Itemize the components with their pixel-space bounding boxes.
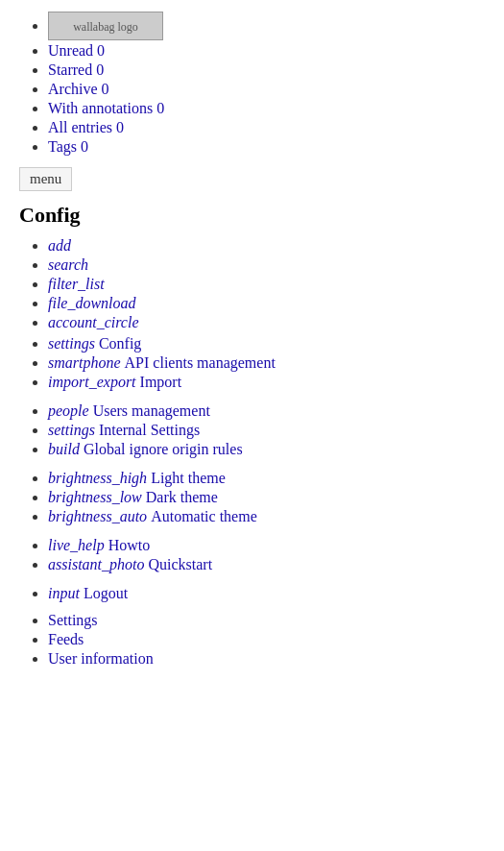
add-icon: add xyxy=(48,237,71,254)
footer-settings-link[interactable]: Settings xyxy=(48,612,98,628)
ignore-rules-label: Global ignore origin rules xyxy=(84,441,243,457)
internal-settings-label: Internal Settings xyxy=(99,422,200,438)
import-link[interactable]: import_export Import xyxy=(48,374,181,390)
config-links-list: settings Config smartphone API clients m… xyxy=(19,335,485,602)
nav-item-all-entries[interactable]: All entries 0 xyxy=(48,119,485,136)
logout-link[interactable]: input Logout xyxy=(48,585,128,601)
footer-link-user-info[interactable]: User information xyxy=(48,650,485,668)
nav-link-starred[interactable]: Starred 0 xyxy=(48,61,104,78)
logout-label: Logout xyxy=(84,585,128,601)
action-filter[interactable]: filter_list xyxy=(48,276,485,293)
action-search[interactable]: search xyxy=(48,256,485,274)
input-icon: input xyxy=(48,585,80,601)
config-link-users[interactable]: people Users management xyxy=(48,402,485,420)
quickstart-label: Quickstart xyxy=(148,556,212,572)
ignore-rules-link[interactable]: build Global ignore origin rules xyxy=(48,441,243,457)
account-link[interactable]: account_circle xyxy=(48,314,138,330)
config-link-ignore-rules[interactable]: build Global ignore origin rules xyxy=(48,441,485,458)
brightness-high-icon: brightness_high xyxy=(48,470,147,486)
nav-item-unread[interactable]: Unread 0 xyxy=(48,42,485,60)
settings-icon: settings xyxy=(48,335,95,352)
wallabag-logo: wallabag logo xyxy=(48,12,163,40)
import-export-icon: import_export xyxy=(48,374,136,390)
brightness-low-icon: brightness_low xyxy=(48,489,142,505)
action-icons-list: add search filter_list file_download acc… xyxy=(19,237,485,331)
config-settings-link[interactable]: settings Config xyxy=(48,335,141,352)
users-link[interactable]: people Users management xyxy=(48,402,210,419)
howto-link[interactable]: live_help Howto xyxy=(48,537,150,553)
nav-item-tags[interactable]: Tags 0 xyxy=(48,138,485,156)
spacer-1 xyxy=(48,393,485,401)
dark-theme-label: Dark theme xyxy=(146,489,218,505)
action-account[interactable]: account_circle xyxy=(48,314,485,331)
internal-settings-link[interactable]: settings Internal Settings xyxy=(48,422,200,438)
config-link-light-theme[interactable]: brightness_high Light theme xyxy=(48,470,485,487)
config-link-internal-settings[interactable]: settings Internal Settings xyxy=(48,422,485,439)
config-link-settings[interactable]: settings Config xyxy=(48,335,485,353)
search-icon: search xyxy=(48,256,88,273)
config-link-api[interactable]: smartphone API clients management xyxy=(48,354,485,372)
action-download[interactable]: file_download xyxy=(48,295,485,312)
dark-theme-link[interactable]: brightness_low Dark theme xyxy=(48,489,218,505)
footer-link-settings[interactable]: Settings xyxy=(48,612,485,629)
config-link-dark-theme[interactable]: brightness_low Dark theme xyxy=(48,489,485,506)
download-link[interactable]: file_download xyxy=(48,295,136,311)
menu-button[interactable]: menu xyxy=(19,167,72,191)
auto-theme-link[interactable]: brightness_auto Automatic theme xyxy=(48,508,257,524)
nav-link-all-entries[interactable]: All entries 0 xyxy=(48,119,124,135)
smartphone-icon: smartphone xyxy=(48,354,121,371)
light-theme-label: Light theme xyxy=(151,470,226,486)
config-link-howto[interactable]: live_help Howto xyxy=(48,537,485,554)
footer-links-list: Settings Feeds User information xyxy=(19,612,485,668)
spacer-4 xyxy=(48,575,485,583)
config-label: Config xyxy=(99,335,141,352)
footer-link-feeds[interactable]: Feeds xyxy=(48,631,485,648)
live-help-icon: live_help xyxy=(48,537,105,553)
nav-item-annotations[interactable]: With annotations 0 xyxy=(48,100,485,117)
nav-link-archive[interactable]: Archive 0 xyxy=(48,81,109,97)
build-icon: build xyxy=(48,441,80,457)
people-icon: people xyxy=(48,402,89,419)
nav-item-starred[interactable]: Starred 0 xyxy=(48,61,485,79)
nav-item-archive[interactable]: Archive 0 xyxy=(48,81,485,98)
config-title: Config xyxy=(19,203,485,228)
action-add[interactable]: add xyxy=(48,237,485,255)
search-link[interactable]: search xyxy=(48,256,88,273)
file-download-icon: file_download xyxy=(48,295,136,311)
footer-feeds-link[interactable]: Feeds xyxy=(48,631,84,647)
light-theme-link[interactable]: brightness_high Light theme xyxy=(48,470,226,486)
import-label: Import xyxy=(140,374,182,390)
config-link-auto-theme[interactable]: brightness_auto Automatic theme xyxy=(48,508,485,525)
spacer-2 xyxy=(48,460,485,468)
add-link[interactable]: add xyxy=(48,237,71,254)
config-link-quickstart[interactable]: assistant_photo Quickstart xyxy=(48,556,485,573)
assistant-photo-icon: assistant_photo xyxy=(48,556,144,572)
api-label: API clients management xyxy=(125,354,276,371)
filter-list-icon: filter_list xyxy=(48,276,105,292)
logo-item: wallabag logo xyxy=(48,12,485,40)
howto-label: Howto xyxy=(108,537,151,553)
filter-link[interactable]: filter_list xyxy=(48,276,105,292)
spacer-3 xyxy=(48,527,485,535)
config-link-logout[interactable]: input Logout xyxy=(48,585,485,602)
nav-link-tags[interactable]: Tags 0 xyxy=(48,138,88,155)
top-nav-list: wallabag logo Unread 0 Starred 0 Archive… xyxy=(19,12,485,156)
quickstart-link[interactable]: assistant_photo Quickstart xyxy=(48,556,212,572)
settings-internal-icon: settings xyxy=(48,422,95,438)
nav-link-annotations[interactable]: With annotations 0 xyxy=(48,100,164,116)
brightness-auto-icon: brightness_auto xyxy=(48,508,147,524)
account-circle-icon: account_circle xyxy=(48,314,138,330)
api-link[interactable]: smartphone API clients management xyxy=(48,354,276,371)
footer-user-info-link[interactable]: User information xyxy=(48,650,154,667)
users-label: Users management xyxy=(93,402,210,419)
config-link-import[interactable]: import_export Import xyxy=(48,374,485,391)
nav-link-unread[interactable]: Unread 0 xyxy=(48,42,105,59)
auto-theme-label: Automatic theme xyxy=(151,508,257,524)
